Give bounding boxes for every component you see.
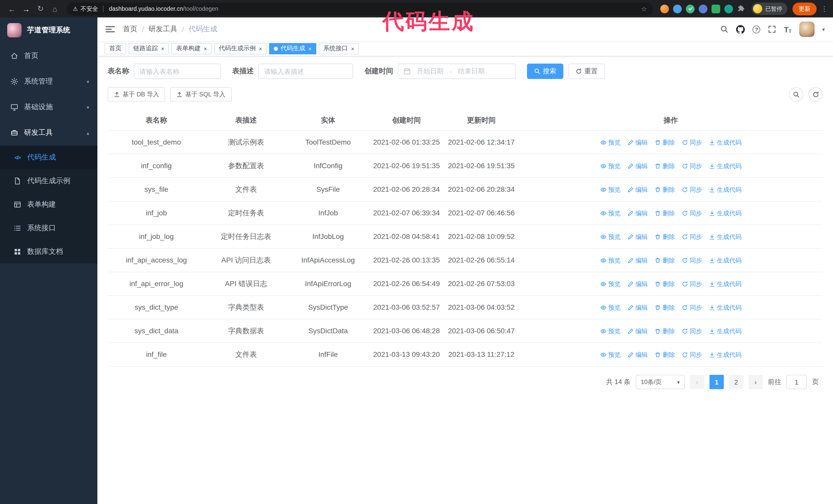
close-icon[interactable]: ×	[204, 45, 207, 51]
table-name-input[interactable]	[134, 64, 221, 79]
close-icon[interactable]: ×	[259, 45, 262, 51]
generate-code-action[interactable]: 生成代码	[709, 256, 741, 265]
edit-action[interactable]: 编辑	[627, 279, 648, 288]
sync-action[interactable]: 同步	[682, 209, 702, 218]
search-icon[interactable]	[720, 25, 729, 33]
preview-action[interactable]: 预览	[600, 350, 620, 359]
generate-code-action[interactable]: 生成代码	[709, 303, 741, 312]
breadcrumb-devtools[interactable]: 研发工具	[149, 25, 177, 34]
prev-page-button[interactable]: ‹	[690, 375, 704, 389]
edit-action[interactable]: 编辑	[627, 232, 648, 241]
breadcrumb-home[interactable]: 首页	[123, 25, 137, 34]
browser-home-button[interactable]: ⌂	[48, 2, 62, 16]
fullscreen-icon[interactable]	[768, 25, 776, 33]
sidebar-item-codegen[interactable]: </> 代码生成	[0, 146, 97, 169]
search-button[interactable]: 搜索	[527, 64, 563, 79]
edit-action[interactable]: 编辑	[627, 303, 648, 312]
edit-action[interactable]: 编辑	[627, 209, 648, 218]
refresh-button[interactable]	[808, 87, 823, 101]
sidebar-item-codegen-example[interactable]: 代码生成示例	[0, 169, 97, 193]
reset-button[interactable]: 重置	[569, 64, 605, 79]
address-bar[interactable]: ⚠ 不安全 dashboard.yudao.iocoder.cn/tool/co…	[67, 2, 653, 15]
edit-action[interactable]: 编辑	[627, 256, 648, 265]
tab-codegen-example[interactable]: 代码生成示例×	[214, 43, 267, 54]
delete-action[interactable]: 删除	[654, 209, 675, 218]
browser-update-button[interactable]: 更新	[792, 2, 816, 15]
preview-action[interactable]: 预览	[600, 209, 620, 218]
generate-code-action[interactable]: 生成代码	[709, 326, 741, 336]
close-icon[interactable]: ×	[351, 45, 355, 51]
preview-action[interactable]: 预览	[600, 185, 620, 194]
generate-code-action[interactable]: 生成代码	[709, 138, 741, 147]
user-avatar[interactable]	[799, 22, 814, 37]
chevron-down-icon[interactable]: ▾	[822, 26, 825, 32]
extension-icon[interactable]	[699, 4, 708, 13]
tab-home[interactable]: 首页	[104, 43, 126, 54]
browser-forward-button[interactable]: →	[20, 2, 33, 16]
hamburger-icon[interactable]	[105, 26, 115, 32]
next-page-button[interactable]: ›	[748, 375, 763, 389]
edit-action[interactable]: 编辑	[627, 350, 648, 359]
bookmark-star-icon[interactable]: ☆	[641, 5, 647, 13]
extension-icon[interactable]	[724, 4, 733, 13]
create-time-range-picker[interactable]: 开始日期 - 结束日期	[398, 64, 516, 79]
preview-action[interactable]: 预览	[600, 279, 620, 288]
browser-back-button[interactable]: ←	[5, 2, 19, 16]
table-desc-input[interactable]	[258, 64, 353, 79]
close-icon[interactable]: ×	[161, 45, 164, 51]
delete-action[interactable]: 删除	[654, 256, 675, 265]
preview-action[interactable]: 预览	[600, 138, 620, 147]
import-sql-button[interactable]: 基于 SQL 导入	[170, 87, 232, 101]
generate-code-action[interactable]: 生成代码	[709, 161, 741, 170]
preview-action[interactable]: 预览	[600, 326, 620, 336]
page-button-2[interactable]: 2	[729, 375, 743, 389]
tab-form-builder[interactable]: 表单构建×	[171, 43, 212, 54]
generate-code-action[interactable]: 生成代码	[709, 350, 741, 359]
sidebar-item-infra[interactable]: 基础设施 ▾	[0, 94, 97, 120]
sync-action[interactable]: 同步	[682, 303, 702, 312]
github-icon[interactable]	[736, 25, 745, 33]
sidebar-item-db-docs[interactable]: 数据库文档	[0, 240, 97, 264]
sidebar-item-system[interactable]: 系统管理 ▾	[0, 69, 97, 94]
help-icon[interactable]: ?	[753, 25, 760, 33]
tab-system-api[interactable]: 系统接口×	[319, 43, 359, 54]
preview-action[interactable]: 预览	[600, 161, 620, 170]
sync-action[interactable]: 同步	[682, 326, 702, 336]
sidebar-item-system-api[interactable]: 系统接口	[0, 216, 97, 240]
extension-icon[interactable]	[660, 4, 669, 13]
sidebar-item-devtools[interactable]: 研发工具 ▴	[0, 120, 97, 146]
delete-action[interactable]: 删除	[654, 161, 675, 170]
extension-icon[interactable]	[712, 4, 720, 13]
browser-profile-chip[interactable]: 已暂停	[752, 3, 787, 15]
generate-code-action[interactable]: 生成代码	[709, 209, 741, 218]
delete-action[interactable]: 删除	[654, 326, 675, 336]
preview-action[interactable]: 预览	[600, 256, 620, 265]
tab-trace[interactable]: 链路追踪×	[129, 43, 169, 54]
sidebar-item-form-builder[interactable]: 表单构建	[0, 193, 97, 216]
sync-action[interactable]: 同步	[682, 138, 702, 147]
extension-icon[interactable]	[673, 4, 682, 13]
close-icon[interactable]: ×	[308, 45, 312, 51]
toggle-search-button[interactable]	[789, 87, 803, 101]
browser-reload-button[interactable]: ↻	[34, 2, 47, 16]
preview-action[interactable]: 预览	[600, 232, 620, 241]
page-size-select[interactable]: 10条/页 ▾	[636, 375, 685, 389]
edit-action[interactable]: 编辑	[627, 185, 648, 194]
sidebar-item-home[interactable]: 首页	[0, 43, 97, 69]
delete-action[interactable]: 删除	[654, 138, 675, 147]
edit-action[interactable]: 编辑	[627, 138, 648, 147]
font-size-icon[interactable]: TT	[784, 25, 791, 33]
generate-code-action[interactable]: 生成代码	[709, 279, 741, 288]
extensions-puzzle-icon[interactable]	[737, 5, 745, 13]
goto-page-input[interactable]	[786, 375, 807, 389]
sync-action[interactable]: 同步	[682, 256, 702, 265]
browser-menu-icon[interactable]: ⋮	[821, 5, 828, 13]
page-button-1[interactable]: 1	[710, 375, 724, 389]
delete-action[interactable]: 删除	[654, 279, 675, 288]
delete-action[interactable]: 删除	[654, 232, 675, 241]
import-db-button[interactable]: 基于 DB 导入	[108, 87, 165, 101]
delete-action[interactable]: 删除	[654, 350, 675, 359]
sync-action[interactable]: 同步	[682, 232, 702, 241]
sync-action[interactable]: 同步	[682, 350, 702, 359]
preview-action[interactable]: 预览	[600, 303, 620, 312]
